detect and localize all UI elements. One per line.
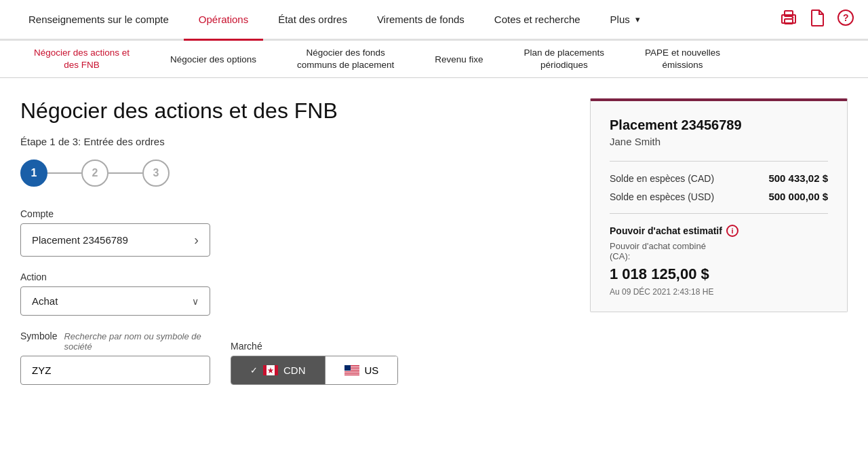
svg-rect-7 <box>263 365 267 375</box>
action-select[interactable]: Achat <box>20 286 210 316</box>
purchasing-label: Pouvoir d'achat estimatif i <box>610 225 828 237</box>
top-navigation: Renseignements sur le compte Opérations … <box>0 0 868 41</box>
symbol-field-group: Symbole Recherche par nom ou symbole de … <box>20 331 210 385</box>
nav-orders[interactable]: État des ordres <box>263 0 362 40</box>
account-field-group: Compte Placement 23456789 <box>20 208 570 257</box>
balance-usd-row: Solde en espèces (USD) 500 000,00 $ <box>610 191 828 202</box>
account-value: Placement 23456789 <box>32 234 128 246</box>
market-cdn-button[interactable]: ✓ CDN <box>231 356 325 384</box>
svg-rect-14 <box>344 371 359 371</box>
right-panel: Placement 23456789 Jane Smith Solde en e… <box>590 98 848 385</box>
nav-account[interactable]: Renseignements sur le compte <box>14 0 184 40</box>
main-content: Négocier des actions et des FNB Étape 1 … <box>0 78 868 405</box>
nav-more[interactable]: Plus ▾ <box>595 0 655 40</box>
step-label: Étape 1 de 3: Entrée des ordres <box>20 136 570 147</box>
subnav-mutual-funds[interactable]: Négocier des fondscommuns de placement <box>277 41 414 78</box>
left-panel: Négocier des actions et des FNB Étape 1 … <box>20 98 570 385</box>
balance-usd-label: Solde en espèces (USD) <box>610 191 714 202</box>
checkmark-icon: ✓ <box>250 365 258 375</box>
balance-usd-value: 500 000,00 $ <box>768 191 828 202</box>
account-select[interactable]: Placement 23456789 <box>20 223 210 257</box>
us-label: US <box>365 365 379 376</box>
balance-cad-value: 500 433,02 $ <box>768 172 828 184</box>
purchasing-info-icon[interactable]: i <box>726 225 738 237</box>
purchasing-sub-label: Pouvoir d'achat combiné(CA): <box>610 241 828 261</box>
market-buttons: ✓ CDN <box>231 356 398 385</box>
account-card-owner: Jane Smith <box>610 136 828 147</box>
svg-rect-15 <box>344 372 359 373</box>
document-icon[interactable] <box>810 9 825 31</box>
balance-cad-row: Solde en espèces (CAD) 500 433,02 $ <box>610 172 828 184</box>
sub-navigation: Négocier des actions etdes FNB Négocier … <box>0 41 868 78</box>
print-icon[interactable] <box>780 10 797 30</box>
subnav-ipo[interactable]: PAPE et nouvellesémissions <box>625 41 741 78</box>
nav-quotes[interactable]: Cotes et recherche <box>479 0 595 40</box>
top-action-icons: ? <box>780 9 854 31</box>
step-line-2-3 <box>108 172 142 174</box>
purchasing-date: Au 09 DÉC 2021 2:43:18 HE <box>610 287 828 297</box>
nav-transfers[interactable]: Virements de fonds <box>362 0 479 40</box>
market-us-button[interactable]: US <box>325 356 398 384</box>
account-card: Placement 23456789 Jane Smith Solde en e… <box>590 98 848 312</box>
page-title: Négocier des actions et des FNB <box>20 98 570 124</box>
svg-rect-17 <box>344 365 351 371</box>
symbol-market-row: Symbole Recherche par nom ou symbole de … <box>20 331 570 385</box>
subnav-options[interactable]: Négocier des options <box>150 41 277 78</box>
svg-rect-8 <box>275 365 278 375</box>
purchasing-value: 1 018 125,00 $ <box>610 265 828 283</box>
account-label: Compte <box>20 208 570 219</box>
card-divider-2 <box>610 213 828 214</box>
step-1: 1 <box>20 160 47 187</box>
account-card-title: Placement 23456789 <box>610 117 828 133</box>
cdn-label: CDN <box>283 365 306 376</box>
nav-operations[interactable]: Opérations <box>184 0 263 41</box>
step-line-1-2 <box>47 172 81 174</box>
card-divider-1 <box>610 161 828 162</box>
symbol-hint: Recherche par nom ou symbole de société <box>64 331 210 352</box>
step-3: 3 <box>142 160 170 187</box>
subnav-stocks-etf[interactable]: Négocier des actions etdes FNB <box>14 41 150 78</box>
us-flag-icon <box>344 365 359 375</box>
account-chevron-icon <box>194 232 199 248</box>
market-label: Marché <box>231 341 398 352</box>
subnav-periodic[interactable]: Plan de placementspériodiques <box>504 41 625 78</box>
svg-rect-16 <box>344 374 359 375</box>
step-2: 2 <box>81 160 108 187</box>
svg-point-3 <box>792 16 794 18</box>
action-chevron-icon <box>192 295 199 307</box>
svg-text:?: ? <box>843 12 849 23</box>
action-field-group: Action Achat <box>20 272 570 316</box>
symbol-label: Symbole <box>20 331 57 341</box>
subnav-fixed-income[interactable]: Revenu fixe <box>414 41 503 78</box>
symbol-input[interactable] <box>20 356 210 385</box>
market-field-group: Marché ✓ CDN <box>231 341 398 385</box>
canada-flag-icon <box>263 365 278 375</box>
more-chevron-icon: ▾ <box>635 14 640 24</box>
step-indicator: 1 2 3 <box>20 160 570 187</box>
action-value: Achat <box>32 295 58 307</box>
help-icon[interactable]: ? <box>837 9 854 31</box>
balance-cad-label: Solde en espèces (CAD) <box>610 173 714 184</box>
action-label: Action <box>20 272 570 282</box>
symbol-label-row: Symbole Recherche par nom ou symbole de … <box>20 331 210 352</box>
